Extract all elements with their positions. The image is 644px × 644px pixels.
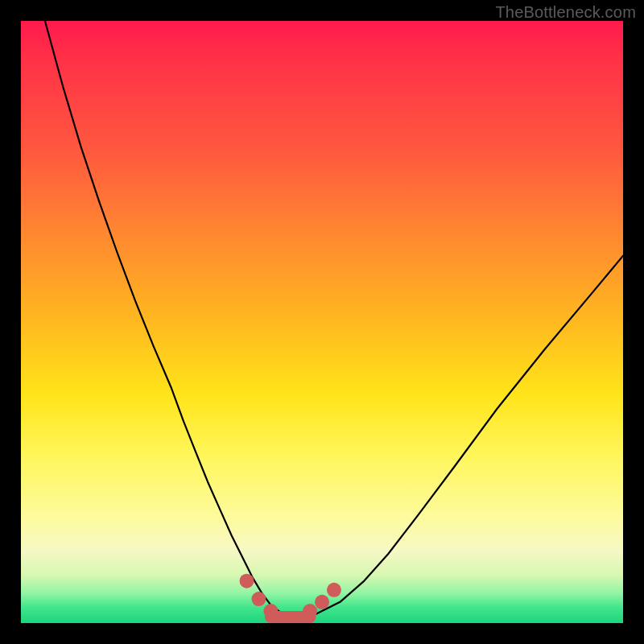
- trough-dot: [315, 595, 329, 609]
- trough-dot: [327, 583, 341, 597]
- chart-svg: [21, 21, 623, 623]
- gradient-plot-area: [21, 21, 623, 623]
- bottleneck-curve: [45, 21, 623, 617]
- trough-dot: [240, 574, 254, 588]
- trough-dot: [303, 604, 317, 618]
- watermark-text: TheBottleneck.com: [495, 3, 636, 22]
- trough-dot: [263, 604, 278, 618]
- outer-black-frame: TheBottleneck.com: [0, 0, 644, 644]
- trough-dot: [251, 592, 266, 606]
